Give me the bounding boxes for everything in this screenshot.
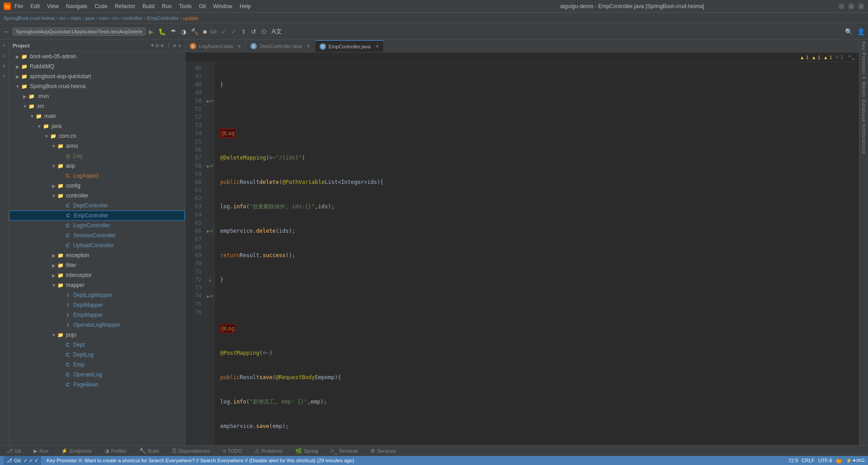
menu-bar[interactable]: File Edit View Navigate Code Refactor Bu…: [14, 3, 426, 9]
sidebar-item-java[interactable]: ▼ 📁 java: [9, 121, 185, 131]
line-ending[interactable]: CRLF: [802, 458, 815, 463]
menu-help[interactable]: Help: [240, 3, 251, 9]
menu-file[interactable]: File: [14, 3, 23, 9]
sidebar-item-springboot-crud[interactable]: ▼ 📁 SpringBoot-crud-heima: [9, 81, 185, 91]
commit-button[interactable]: C: [0, 52, 9, 60]
tab-logaspect[interactable]: C LogAspect.java ✕: [185, 40, 246, 52]
sidebar-item-empcontroller[interactable]: ▶ C EmpController: [9, 211, 185, 221]
profile-button[interactable]: ◑: [179, 27, 188, 37]
tab-close-button[interactable]: ✕: [307, 44, 310, 49]
gutter-run-button[interactable]: ▶⟳: [206, 292, 214, 300]
git-check[interactable]: ✓: [220, 27, 228, 37]
back-button[interactable]: ←: [2, 27, 11, 37]
tab-close-button[interactable]: ✕: [375, 44, 379, 49]
gutter-run-button[interactable]: ▶⟳: [206, 162, 214, 170]
breadcrumb-java[interactable]: java: [85, 15, 94, 21]
git-update[interactable]: ✓: [230, 27, 238, 37]
locate-file-button[interactable]: ⊕: [160, 42, 164, 49]
close-button[interactable]: ✕: [858, 3, 864, 9]
bottom-tab-problems[interactable]: ⚠ Problems: [252, 446, 285, 456]
breadcrumb-src[interactable]: src: [59, 15, 66, 21]
sidebar-item-emp[interactable]: ▶ C Emp: [9, 360, 185, 370]
sidebar-dropdown[interactable]: ▼: [151, 43, 154, 48]
maximize-button[interactable]: □: [848, 3, 854, 9]
sidebar-item-deptcontroller[interactable]: ▶ C DeptController: [9, 201, 185, 211]
bottom-tab-endpoints[interactable]: ⚡ Endpoints: [58, 446, 94, 456]
sidebar-item-filter[interactable]: ▶ 📁 filter: [9, 260, 185, 270]
sidebar-item-com-cn[interactable]: ▼ 📁 com.cn: [9, 131, 185, 141]
breadcrumb-cn[interactable]: cn: [113, 15, 118, 21]
breadcrumb-controller[interactable]: controller: [122, 15, 142, 21]
git-push[interactable]: ⬆: [240, 27, 248, 37]
translate-button[interactable]: A文: [270, 26, 283, 37]
sidebar-item-operatelog[interactable]: ▶ C OperateLog: [9, 370, 185, 380]
bottom-tab-run[interactable]: ▶ Run: [31, 446, 51, 456]
tab-deptcontroller[interactable]: C DeptController.java ✕: [246, 40, 315, 52]
bottom-tab-services[interactable]: ⚙ Services: [368, 446, 399, 456]
sidebar-item-empmapper[interactable]: ▶ I EmpMapper: [9, 310, 185, 320]
menu-code[interactable]: Code: [94, 3, 108, 9]
project-view-button[interactable]: P: [0, 42, 9, 50]
sidebar-item-exception[interactable]: ▶ 📁 exception: [9, 250, 185, 260]
sidebar-item-controller[interactable]: ▼ 📁 controller: [9, 191, 185, 201]
notifications-label[interactable]: Notifications: [861, 124, 866, 154]
bottom-tab-spring[interactable]: 🌿 Spring: [292, 446, 321, 456]
expand-icon[interactable]: ⌃: [848, 54, 851, 61]
sidebar-item-sessioncontroller[interactable]: ▶ C SessionController: [9, 230, 185, 240]
sidebar-item-deptlogmapper[interactable]: ▶ I DeptLogMapper: [9, 290, 185, 300]
cursor-position[interactable]: 72:9: [788, 458, 798, 463]
sidebar-item-boot-web[interactable]: ▶ 📁 boot-web-05-admin: [9, 52, 185, 61]
menu-run[interactable]: Run: [162, 3, 172, 9]
breadcrumb-method[interactable]: update: [183, 15, 198, 21]
sidebar-item-aop[interactable]: ▼ 📁 aop: [9, 161, 185, 171]
sidebar-item-src[interactable]: ▼ 📁 src: [9, 101, 185, 111]
menu-navigate[interactable]: Navigate: [66, 3, 87, 9]
sidebar-item-springboot-aop[interactable]: ▶ 📁 springboot-aop-quickstart: [9, 71, 185, 81]
git-rollback[interactable]: ↺: [250, 27, 258, 37]
breadcrumb-main[interactable]: main: [70, 15, 81, 21]
search-everywhere-button[interactable]: 🔍: [844, 27, 854, 37]
debug-button[interactable]: 🐛: [157, 27, 167, 37]
sidebar-item-interceptor[interactable]: ▶ 📁 interceptor: [9, 270, 185, 280]
breadcrumb-class[interactable]: EmpController: [147, 15, 179, 21]
gutter-run-button[interactable]: ▶⟳: [206, 227, 214, 235]
hide-panel-button[interactable]: ✕: [178, 42, 181, 49]
menu-refactor[interactable]: Refactor: [115, 3, 135, 9]
breadcrumb-project[interactable]: SpringBoot-crud-heima: [4, 15, 55, 21]
gutter-run-button[interactable]: ▶⟳: [206, 97, 214, 105]
git-branch-status[interactable]: ⎇ Git: ✓ ✓ ✓: [4, 456, 41, 465]
database-label[interactable]: Database: [861, 99, 866, 122]
coverage-button[interactable]: ☂: [169, 27, 178, 37]
menu-view[interactable]: View: [47, 3, 59, 9]
sidebar-item-logaspect[interactable]: ▶ C LogAspect: [9, 171, 185, 181]
sidebar-item-uploadcontroller[interactable]: ▶ C UploadController: [9, 240, 185, 250]
collapse-icon[interactable]: ⌄: [852, 54, 855, 61]
maven-label[interactable]: Maven: [861, 82, 866, 98]
build-button[interactable]: 🔨: [189, 27, 200, 37]
key-promoter-label[interactable]: Key Promoter X: [861, 42, 866, 80]
sidebar-item-main[interactable]: ▼ 📁 main: [9, 111, 185, 121]
run-configuration[interactable]: SpringbootAopQuickstart1ApplicationTests…: [13, 28, 146, 36]
code-content[interactable]: } @Log @DeleteMapping(⊙~"/{ids}") public…: [215, 62, 859, 445]
menu-tools[interactable]: Tools: [179, 3, 192, 9]
sidebar-item-deptmapper[interactable]: ▶ I DeptMapper: [9, 300, 185, 310]
sidebar-item-rabbitmq[interactable]: ▶ 📁 RabbitMQ: [9, 61, 185, 71]
menu-window[interactable]: Window: [213, 3, 232, 9]
structure-button[interactable]: S: [0, 71, 9, 80]
git-history[interactable]: ⏲: [259, 27, 269, 37]
run-button[interactable]: ▶: [147, 27, 155, 37]
sidebar-item-deptlog[interactable]: ▶ C DeptLog: [9, 350, 185, 360]
sidebar-item-anno[interactable]: ▼ 📁 anno: [9, 141, 185, 151]
sidebar-item-pojo[interactable]: ▼ 📁 pojo: [9, 330, 185, 340]
sort-button[interactable]: ⋮: [166, 42, 171, 49]
sidebar-item-mapper[interactable]: ▼ 📁 mapper: [9, 280, 185, 290]
sidebar-item-pagebean[interactable]: ▶ C PageBean: [9, 380, 185, 390]
menu-edit[interactable]: Edit: [30, 3, 40, 9]
collapse-all-button[interactable]: ⊟: [156, 42, 159, 49]
encoding-label[interactable]: UTF-8: [818, 458, 832, 463]
sidebar-item-config[interactable]: ▶ 📁 config: [9, 181, 185, 191]
stop-button[interactable]: ■: [202, 27, 208, 37]
bookmarks-button[interactable]: B: [0, 61, 9, 70]
bottom-tab-terminal[interactable]: >_ Terminal: [328, 446, 360, 456]
sidebar-item-log[interactable]: ▶ @ Log: [9, 151, 185, 161]
